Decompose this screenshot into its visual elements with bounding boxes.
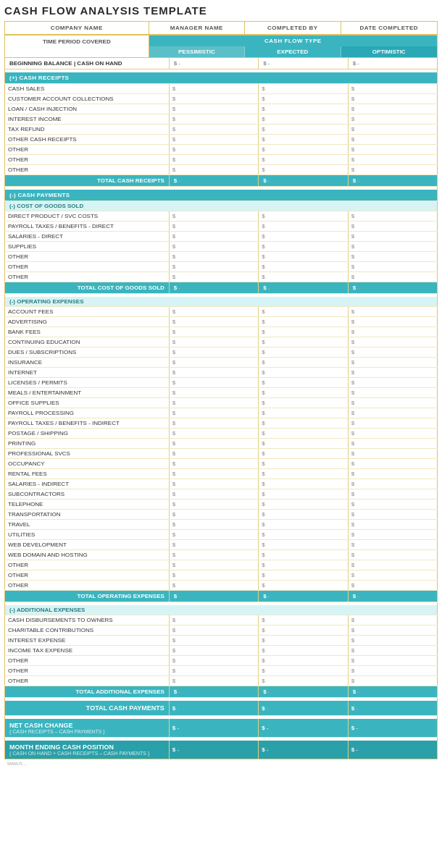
table-row: OFFICE SUPPLIES $ $ $ (5, 398, 438, 408)
item-cogs-other2: OTHER (5, 262, 170, 272)
table-row: MEALS / ENTERTAINMENT $ $ $ (5, 388, 438, 398)
table-row: TRANSPORTATION $ $ $ (5, 510, 438, 520)
table-row: PRINTING $ $ $ (5, 439, 438, 449)
table-row: CASH SALES $ $ $ (5, 84, 438, 94)
table-row: OTHER $ $ $ (5, 145, 438, 155)
table-row: OTHER $ $ $ (5, 155, 438, 165)
beginning-balance-row: BEGINNING BALANCE | CASH ON HAND $- $- $… (5, 58, 438, 69)
table-row: OTHER $ $ $ (5, 272, 438, 282)
month-ending-opt: $ - (348, 741, 437, 759)
table-row: OTHER $ $ $ (5, 570, 438, 581)
total-addl-label: TOTAL ADDITIONAL EXPENSES (5, 686, 170, 698)
dollar1: $ (174, 60, 177, 67)
item-customer-collections: CUSTOMER ACCOUNT COLLECTIONS (5, 94, 170, 104)
table-row: BANK FEES $ $ $ (5, 327, 438, 337)
operating-expenses-header-row: (-) OPERATING EXPENSES (5, 297, 438, 307)
total-opex-opt: $ - (348, 591, 437, 602)
info-row: TIME PERIOD COVERED CASH FLOW TYPE PESSI… (4, 35, 438, 58)
total-cash-receipts-pess: $ - (169, 175, 258, 187)
table-row: CONTINUING EDUCATION $ $ $ (5, 337, 438, 347)
additional-expenses-header: (-) ADDITIONAL EXPENSES (5, 605, 438, 615)
table-row: PAYROLL PROCESSING $ $ $ (5, 408, 438, 418)
total-cash-receipts-opt: $ - (348, 175, 437, 187)
table-row: INTERNET $ $ $ (5, 368, 438, 378)
header-row: COMPANY NAME MANAGER NAME COMPLETED BY D… (4, 21, 438, 35)
table-row: TELEPHONE $ $ $ (5, 500, 438, 510)
item-loan: LOAN / CASH INJECTION (5, 104, 170, 114)
table-row: WEB DEVELOPMENT $ $ $ (5, 540, 438, 550)
table-row: CHARITABLE CONTRIBUTIONS $ $ $ (5, 625, 438, 636)
data-table: BEGINNING BALANCE | CASH ON HAND $- $- $… (4, 58, 438, 759)
net-cash-label: NET CASH CHANGE { CASH RECEIPTS – CASH P… (5, 719, 170, 738)
table-row: OTHER $ $ $ (5, 676, 438, 686)
total-additional-expenses-row: TOTAL ADDITIONAL EXPENSES $ - $ - $ - (5, 686, 438, 698)
month-ending-exp: $ - (259, 741, 348, 759)
table-row: SUPPLIES $ $ $ (5, 242, 438, 252)
beginning-balance-label: BEGINNING BALANCE | CASH ON HAND (5, 58, 170, 69)
watermark: www.h... (4, 759, 438, 767)
total-cash-receipts-label: TOTAL CASH RECEIPTS (5, 175, 170, 187)
total-cash-payments-row: TOTAL CASH PAYMENTS $ - $ - $ - (5, 701, 438, 716)
total-addl-pess: $ - (169, 686, 258, 698)
company-name-header: COMPANY NAME (5, 22, 149, 34)
table-row: OTHER $ $ $ (5, 581, 438, 591)
beginning-balance-pess: $- (169, 58, 258, 69)
time-period-label: TIME PERIOD COVERED (5, 35, 149, 57)
total-cogs-exp: $ - (259, 282, 348, 294)
table-row: POSTAGE / SHIPPING $ $ $ (5, 429, 438, 439)
table-row: DIRECT PRODUCT / SVC COSTS $ $ $ (5, 211, 438, 222)
net-cash-pess: $ - (169, 719, 258, 738)
dollar2: $ (263, 60, 266, 67)
table-row: ADVERTISING $ $ $ (5, 317, 438, 327)
expected-header: EXPECTED (245, 46, 341, 57)
table-row: SALARIES - INDIRECT $ $ $ (5, 479, 438, 489)
item-tax-refund: TAX REFUND (5, 125, 170, 135)
item-other-cash-receipts: OTHER CASH RECEIPTS (5, 135, 170, 145)
item-cogs-other3: OTHER (5, 272, 170, 282)
date-completed-header: DATE COMPLETED (341, 22, 437, 34)
table-row: OCCUPANCY $ $ $ (5, 459, 438, 469)
total-payments-label: TOTAL CASH PAYMENTS (5, 701, 170, 716)
dollar3: $ (353, 60, 356, 67)
table-row: OTHER $ $ $ (5, 165, 438, 175)
item-salaries-direct: SALARIES - DIRECT (5, 232, 170, 242)
completed-by-header: COMPLETED BY (245, 22, 341, 34)
net-cash-exp: $ - (259, 719, 348, 738)
table-row: LOAN / CASH INJECTION $ $ $ (5, 104, 438, 114)
table-row: WEB DOMAIN AND HOSTING $ $ $ (5, 550, 438, 560)
table-row: RENTAL FEES $ $ $ (5, 469, 438, 479)
table-row: UTILITIES $ $ $ (5, 530, 438, 540)
cost-of-goods-header-row: (-) COST OF GOODS SOLD (5, 201, 438, 211)
net-cash-opt: $ - (348, 719, 437, 738)
main-container: CASH FLOW ANALYSIS TEMPLATE COMPANY NAME… (0, 0, 442, 775)
cash-receipts-header-row: (+) CASH RECEIPTS (5, 72, 438, 84)
optimistic-header: OPTIMISTIC (341, 46, 437, 57)
table-row: PAYROLL TAXES / BENEFITS - INDIRECT $ $ … (5, 418, 438, 429)
cash-receipts-header: (+) CASH RECEIPTS (5, 72, 438, 84)
table-row: OTHER $ $ $ (5, 252, 438, 262)
cash-payments-header-row: (-) CASH PAYMENTS (5, 190, 438, 201)
month-ending-pess: $ - (169, 741, 258, 759)
table-row: CASH DISBURSEMENTS TO OWNERS $ $ $ (5, 615, 438, 625)
cashflow-type-section: CASH FLOW TYPE PESSIMISTIC EXPECTED OPTI… (149, 35, 437, 57)
table-row: OTHER $ $ $ (5, 666, 438, 676)
total-addl-opt: $ - (348, 686, 437, 698)
item-cash-sales: CASH SALES (5, 84, 170, 94)
month-ending-label: MONTH ENDING CASH POSITION { CASH ON HAN… (5, 741, 170, 759)
table-row: INCOME TAX EXPENSE $ $ $ (5, 646, 438, 656)
table-row: SUBCONTRACTORS $ $ $ (5, 489, 438, 500)
total-opex-exp: $ - (259, 591, 348, 602)
total-operating-expenses-row: TOTAL OPERATING EXPENSES $ - $ - $ - (5, 591, 438, 602)
table-row: PROFESSIONAL SVCS $ $ $ (5, 449, 438, 459)
total-cash-receipts-row: TOTAL CASH RECEIPTS $ - $ - $ - (5, 175, 438, 187)
total-cash-receipts-exp: $ - (259, 175, 348, 187)
table-row: INTEREST EXPENSE $ $ $ (5, 636, 438, 646)
cash-payments-header: (-) CASH PAYMENTS (5, 190, 438, 201)
total-payments-opt: $ - (348, 701, 437, 716)
table-row: ACCOUNT FEES $ $ $ (5, 307, 438, 317)
table-row: OTHER $ $ $ (5, 656, 438, 666)
pessimistic-header: PESSIMISTIC (149, 46, 245, 57)
net-cash-change-row: NET CASH CHANGE { CASH RECEIPTS – CASH P… (5, 719, 438, 738)
total-cogs-opt: $ - (348, 282, 437, 294)
page-title: CASH FLOW ANALYSIS TEMPLATE (4, 4, 438, 17)
